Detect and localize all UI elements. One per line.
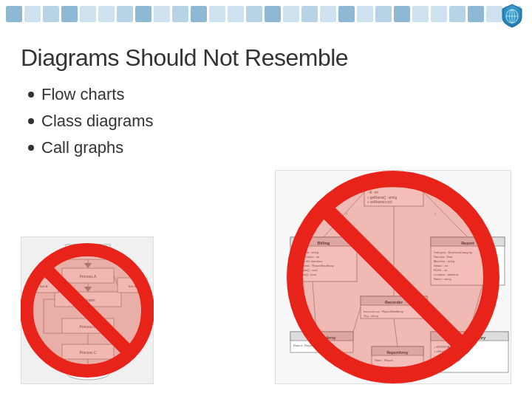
right-no-symbol-svg: [275, 170, 511, 384]
bullet-dot: [28, 92, 34, 98]
list-item-class-diagrams: Class diagrams: [28, 112, 511, 131]
squares-pattern: [0, 1, 532, 27]
list-item-call-graphs: Call graphs: [28, 138, 511, 157]
list-item-flow-charts: Flow charts: [28, 85, 511, 104]
bullet-list: Flow charts Class diagrams Call graphs: [28, 85, 511, 157]
left-no-symbol-svg: [21, 236, 154, 384]
page-title: Diagrams Should Not Resemble: [21, 44, 511, 72]
call-graphs-label: Call graphs: [41, 138, 123, 157]
top-decorative-bar: [0, 0, 532, 28]
left-prohibited-image: Start Process A Decision Process B Proce…: [21, 236, 154, 384]
bullet-dot-3: [28, 145, 34, 151]
right-prohibited-image: MyBase - id : int + getName() : string +…: [275, 170, 511, 384]
flow-charts-label: Flow charts: [41, 85, 124, 104]
class-diagrams-label: Class diagrams: [41, 112, 154, 131]
bullet-dot-2: [28, 118, 34, 124]
logo-icon: [499, 3, 525, 28]
